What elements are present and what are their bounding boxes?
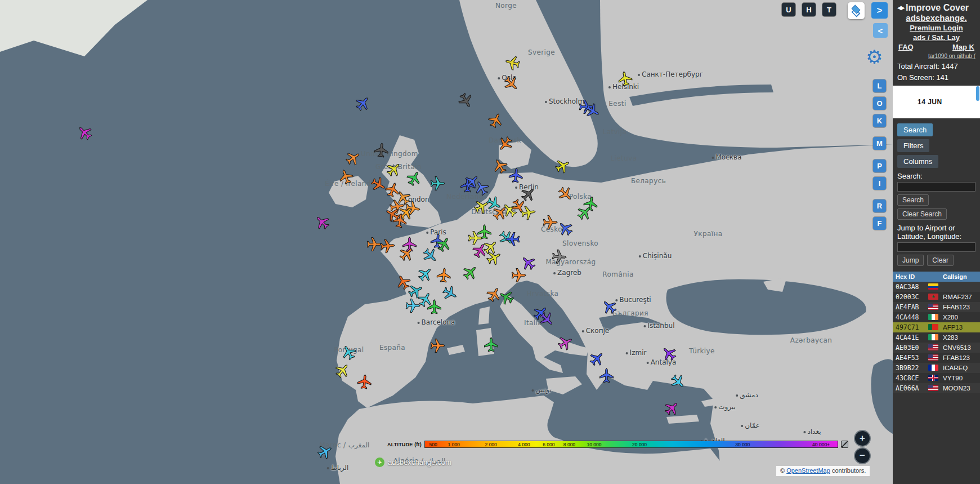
altitude-scale-options-icon[interactable] bbox=[841, 441, 848, 448]
aircraft-icon[interactable] bbox=[658, 343, 679, 364]
adsbexchange-link[interactable]: adsbexchange. bbox=[897, 13, 975, 23]
jump-clear-button[interactable]: Clear bbox=[927, 255, 954, 266]
map-letter-button-l[interactable]: L bbox=[873, 79, 886, 92]
premium-login-link[interactable]: Premium Login bbox=[910, 24, 963, 32]
settings-gear-icon[interactable]: ⚙ bbox=[866, 47, 883, 66]
adsbexchange-logo-icon: ✈ bbox=[375, 458, 384, 467]
aircraft-icon[interactable] bbox=[503, 53, 521, 72]
aircraft-icon[interactable] bbox=[430, 176, 445, 191]
aircraft-icon[interactable] bbox=[404, 168, 424, 189]
aircraft-icon[interactable] bbox=[435, 267, 451, 283]
faq-link[interactable]: FAQ bbox=[898, 43, 914, 51]
aircraft-icon[interactable] bbox=[552, 156, 573, 176]
aircraft-row[interactable]: 4CA448X280 bbox=[893, 312, 980, 322]
aircraft-icon[interactable] bbox=[332, 359, 353, 381]
aircraft-icon[interactable] bbox=[430, 338, 445, 353]
aircraft-icon[interactable] bbox=[586, 348, 607, 369]
aircraft-icon[interactable] bbox=[373, 141, 389, 158]
search-input[interactable] bbox=[897, 182, 975, 192]
map-letter-button-p[interactable]: P bbox=[873, 159, 886, 172]
aircraft-icon[interactable] bbox=[342, 147, 364, 168]
aircraft-icon[interactable] bbox=[494, 133, 516, 154]
sidebar-collapse-button[interactable]: < bbox=[873, 23, 888, 38]
aircraft-icon[interactable] bbox=[505, 232, 520, 247]
history-date-panel[interactable]: 14 JUN bbox=[893, 86, 980, 118]
map-letter-button-k[interactable]: K bbox=[873, 114, 886, 127]
callsign-cell: FFAB123 bbox=[940, 302, 980, 312]
aircraft-icon[interactable] bbox=[352, 92, 373, 114]
aircraft-icon[interactable] bbox=[554, 183, 576, 205]
date-scrollbar-thumb[interactable] bbox=[976, 86, 979, 101]
aircraft-row[interactable]: 3B9B22ICAREQ bbox=[893, 363, 980, 373]
aircraft-icon[interactable] bbox=[484, 337, 499, 352]
jump-input[interactable] bbox=[897, 242, 975, 252]
aircraft-row[interactable]: 0AC3A8 bbox=[893, 282, 980, 292]
aircraft-icon[interactable] bbox=[599, 368, 614, 383]
aircraft-row[interactable]: AE03E0CNV6513 bbox=[893, 343, 980, 353]
aircraft-icon[interactable] bbox=[74, 122, 95, 143]
zoom-in-button[interactable]: + bbox=[855, 431, 870, 446]
aircraft-icon[interactable] bbox=[315, 441, 335, 462]
sidebar-tab-filters[interactable]: Filters bbox=[897, 139, 929, 152]
aircraft-icon[interactable] bbox=[507, 167, 523, 183]
aircraft-icon[interactable] bbox=[356, 373, 372, 389]
aircraft-icon[interactable] bbox=[311, 211, 333, 233]
aircraft-row[interactable]: 4CA41EX283 bbox=[893, 332, 980, 343]
aircraft-icon[interactable] bbox=[459, 261, 481, 283]
aircraft-icon[interactable] bbox=[336, 167, 356, 187]
layers-button[interactable] bbox=[848, 2, 865, 19]
sidebar-expand-button[interactable]: > bbox=[871, 2, 888, 19]
map-letter-button-m[interactable]: M bbox=[873, 137, 886, 150]
sidebar-toggle-icon[interactable]: ◀▶ bbox=[897, 5, 903, 11]
map[interactable]: NorgeSverigeDanmarkEestiLatvijaLietuvaБе… bbox=[0, 0, 893, 484]
search-button[interactable]: Search bbox=[897, 194, 929, 206]
aircraft-icon[interactable] bbox=[405, 298, 420, 313]
copyright-symbol: © bbox=[780, 467, 785, 474]
hex-id-cell: AE03E0 bbox=[893, 343, 925, 353]
aircraft-row[interactable]: AE066AMOON23 bbox=[893, 383, 980, 393]
aircraft-icon[interactable] bbox=[667, 371, 688, 392]
altitude-tick: 20 000 bbox=[632, 442, 647, 447]
tar1090-github-link[interactable]: tar1090 on github ( bbox=[897, 53, 975, 59]
aircraft-icon[interactable] bbox=[661, 397, 682, 419]
aircraft-row[interactable]: 02003C★RMAF237 bbox=[893, 292, 980, 302]
map-button-h[interactable]: H bbox=[802, 3, 816, 16]
aircraft-icon[interactable] bbox=[485, 110, 505, 130]
clear-search-button[interactable]: Clear Search bbox=[897, 208, 947, 220]
map-letter-button-r[interactable]: R bbox=[873, 199, 886, 212]
map-letter-button-o[interactable]: O bbox=[873, 97, 886, 110]
aircraft-row[interactable]: AE4FABFFAB123 bbox=[893, 302, 980, 312]
sidebar-tab-columns[interactable]: Columns bbox=[897, 155, 938, 168]
map-letter-button-f[interactable]: F bbox=[873, 217, 886, 230]
map-button-u[interactable]: U bbox=[782, 3, 795, 16]
aircraft-icon[interactable] bbox=[427, 299, 442, 314]
aircraft-row[interactable]: 43C8CEVYT90 bbox=[893, 373, 980, 383]
map-attribution: © OpenStreetMap contributors. bbox=[776, 466, 870, 476]
map-letter-button-i[interactable]: I bbox=[873, 177, 886, 190]
openstreetmap-link[interactable]: OpenStreetMap bbox=[786, 467, 830, 474]
aircraft-icon[interactable] bbox=[519, 203, 536, 221]
aircraft-icon[interactable] bbox=[500, 73, 522, 94]
aircraft-icon[interactable] bbox=[511, 268, 526, 283]
aircraft-icon[interactable] bbox=[551, 248, 567, 264]
aircraft-icon[interactable] bbox=[379, 237, 395, 254]
map-button-t[interactable]: T bbox=[822, 3, 836, 16]
aircraft-icon[interactable] bbox=[404, 199, 421, 216]
hex-id-header[interactable]: Hex ID bbox=[893, 272, 925, 282]
aircraft-row[interactable]: 497C71AFP13 bbox=[893, 322, 980, 332]
sidebar-tab-search[interactable]: Search bbox=[897, 123, 933, 136]
aircraft-row[interactable]: AE4F53FFAB123 bbox=[893, 353, 980, 363]
adsbexchange-logo-text[interactable]: adsbexchange.com bbox=[388, 458, 451, 467]
aircraft-icon[interactable] bbox=[555, 332, 576, 353]
ads-sat-layers-link[interactable]: ads / Sat. Lay bbox=[913, 33, 960, 42]
callsign-header[interactable]: Callsign bbox=[940, 272, 980, 282]
zoom-out-button[interactable]: − bbox=[855, 449, 870, 463]
aircraft-icon[interactable] bbox=[616, 69, 633, 87]
map-help-link[interactable]: Map K bbox=[952, 43, 974, 51]
aircraft-icon[interactable] bbox=[490, 156, 511, 176]
aircraft-icon[interactable] bbox=[598, 296, 620, 317]
aircraft-icon[interactable] bbox=[440, 283, 460, 304]
aircraft-icon[interactable] bbox=[383, 158, 404, 180]
jump-button[interactable]: Jump bbox=[897, 255, 924, 266]
aircraft-icon[interactable] bbox=[455, 90, 476, 111]
